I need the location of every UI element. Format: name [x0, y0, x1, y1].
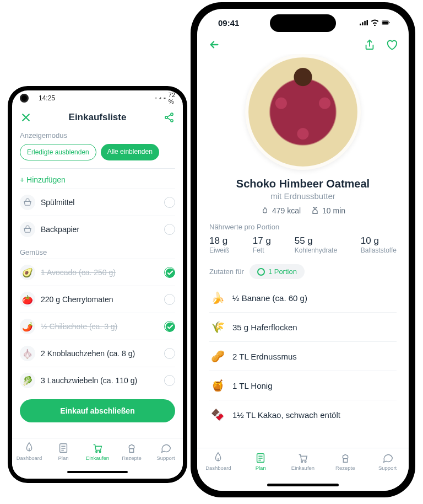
- add-item-button[interactable]: + Hinzufügen: [20, 171, 175, 189]
- tab-dashboard[interactable]: Dashboard: [13, 442, 45, 461]
- signal-icon: [360, 19, 368, 26]
- battery-icon: [164, 97, 166, 99]
- recipe-meta: 479 kcal 10 min: [209, 206, 397, 215]
- chip-show-all[interactable]: Alle einblenden: [101, 144, 159, 160]
- list-item[interactable]: 🥑1 Avocado (ca. 250 g): [20, 259, 175, 286]
- tab-label: Plan: [58, 455, 68, 461]
- item-thumb: 🍅: [20, 292, 35, 307]
- basket-icon: [20, 195, 35, 210]
- list-item[interactable]: 🍅220 g Cherrytomaten: [20, 286, 175, 313]
- portion-selector[interactable]: 1 Portion: [250, 264, 305, 279]
- list-item[interactable]: 🧄2 Knoblauchzehen (ca. 8 g): [20, 340, 175, 367]
- nutrition-name: Kohlenhydrate: [295, 246, 337, 254]
- tab-plan[interactable]: Plan: [245, 452, 276, 471]
- checkbox[interactable]: [164, 375, 175, 386]
- ingredient-thumb: 🥜: [209, 348, 226, 364]
- ingredient-label: ½ Banane (ca. 60 g): [232, 293, 307, 303]
- tab-bar: DashboardPlanEinkaufenRezepteSupport: [12, 438, 183, 479]
- svg-rect-11: [360, 24, 361, 25]
- chip-hide-done[interactable]: Erledigte ausblenden: [20, 144, 96, 160]
- display-mode-label: Anzeigemodus: [20, 131, 175, 140]
- flame-icon: [261, 206, 269, 215]
- list-item[interactable]: 🌶️½ Chilischote (ca. 3 g): [20, 313, 175, 340]
- ingredient-row: 🍯1 TL Honig: [209, 371, 397, 400]
- ingredient-thumb: 🍌: [209, 289, 226, 306]
- nutrition-value: 55 g: [295, 235, 337, 246]
- page-title: Einkaufsliste: [69, 112, 127, 123]
- ingredient-label: 2 TL Erdnussmus: [232, 352, 297, 361]
- time-meta: 10 min: [311, 206, 345, 215]
- checkbox[interactable]: [164, 267, 175, 278]
- nutrition-cell: 55 gKohlenhydrate: [295, 235, 337, 254]
- tab-support[interactable]: Support: [372, 452, 404, 471]
- checkbox[interactable]: [164, 348, 175, 359]
- checkbox[interactable]: [164, 197, 175, 208]
- tab-plan[interactable]: Plan: [47, 442, 79, 461]
- dynamic-island: [270, 14, 336, 32]
- category-label: Gemüse: [20, 248, 175, 256]
- status-indicators: 72 %: [155, 92, 175, 105]
- front-camera: [20, 94, 29, 103]
- iphone-frame: 09:41 Schoko Himbeer Oatmeal: [191, 2, 415, 497]
- nutrition-value: 17 g: [253, 235, 271, 246]
- finish-shopping-button[interactable]: Einkauf abschließen: [20, 399, 175, 422]
- tab-rezepte[interactable]: Rezepte: [116, 442, 148, 461]
- item-label: Backpapier: [41, 225, 79, 234]
- nutrition-cell: 10 gBallaststoffe: [361, 235, 397, 254]
- svg-rect-13: [364, 21, 366, 25]
- wifi-icon: [155, 97, 157, 99]
- nutrition-name: Ballaststoffe: [361, 246, 397, 254]
- back-icon[interactable]: [208, 39, 220, 51]
- ingredient-thumb: 🍫: [209, 406, 226, 423]
- item-thumb: 🧄: [20, 346, 35, 361]
- status-indicators: [360, 19, 390, 26]
- checkbox[interactable]: [164, 321, 175, 332]
- svg-rect-14: [367, 20, 368, 25]
- favorite-icon[interactable]: [386, 39, 398, 51]
- list-item[interactable]: Spülmittel: [20, 189, 175, 216]
- checkbox[interactable]: [164, 224, 175, 235]
- checkbox[interactable]: [164, 294, 175, 305]
- item-label: 2 Knoblauchzehen (ca. 8 g): [41, 349, 135, 358]
- kcal-meta: 479 kcal: [261, 206, 301, 215]
- list-item[interactable]: 🥬3 Lauchzwiebeln (ca. 110 g): [20, 367, 175, 394]
- ingredient-row: 🥜2 TL Erdnussmus: [209, 341, 397, 371]
- tab-label: Dashboard: [17, 455, 42, 461]
- tab-rezepte[interactable]: Rezepte: [329, 452, 361, 471]
- nutrition-name: Eiweiß: [209, 246, 229, 254]
- share-icon[interactable]: [364, 39, 376, 51]
- tab-label: Plan: [256, 465, 266, 471]
- tab-einkaufen[interactable]: Einkaufen: [287, 452, 319, 471]
- ingredient-row: 🍌½ Banane (ca. 60 g): [209, 283, 397, 312]
- list-item[interactable]: Backpapier: [20, 216, 175, 243]
- tab-label: Support: [378, 465, 397, 471]
- svg-point-20: [305, 461, 306, 463]
- nutrition-value: 10 g: [361, 235, 397, 246]
- battery-icon: [382, 19, 390, 26]
- ingredient-row: 🍫1½ TL Kakao, schwach entölt: [209, 400, 397, 429]
- item-label: 3 Lauchzwiebeln (ca. 110 g): [41, 376, 137, 385]
- item-label: Spülmittel: [41, 198, 74, 207]
- ingredient-thumb: 🍯: [209, 377, 226, 394]
- tab-support[interactable]: Support: [150, 442, 182, 461]
- ingredient-label: 1 TL Honig: [232, 381, 273, 390]
- tab-einkaufen[interactable]: Einkaufen: [82, 442, 113, 461]
- status-time: 14:25: [39, 94, 55, 102]
- tab-dashboard[interactable]: Dashboard: [202, 452, 234, 471]
- ingredient-label: 35 g Haferflocken: [232, 323, 297, 332]
- tab-label: Einkaufen: [291, 465, 314, 471]
- item-thumb: 🌶️: [20, 319, 35, 334]
- item-thumb: 🥑: [20, 265, 35, 280]
- svg-rect-2: [164, 98, 165, 98]
- share-icon[interactable]: [163, 111, 175, 124]
- status-bar: 14:25 72 %: [12, 90, 183, 106]
- nutrition-name: Fett: [253, 246, 271, 254]
- recipe-body: Schoko Himbeer Oatmeal mit Erdnussbutter…: [197, 54, 409, 448]
- nutrition-label: Nährwerte pro Portion: [209, 223, 397, 231]
- close-icon[interactable]: [20, 111, 32, 124]
- svg-point-10: [99, 451, 101, 453]
- tab-label: Rezepte: [122, 455, 141, 461]
- ingredient-thumb: 🌾: [209, 319, 226, 335]
- nutrition-row: 18 gEiweiß17 gFett55 gKohlenhydrate10 gB…: [209, 235, 397, 254]
- svg-rect-16: [382, 22, 388, 24]
